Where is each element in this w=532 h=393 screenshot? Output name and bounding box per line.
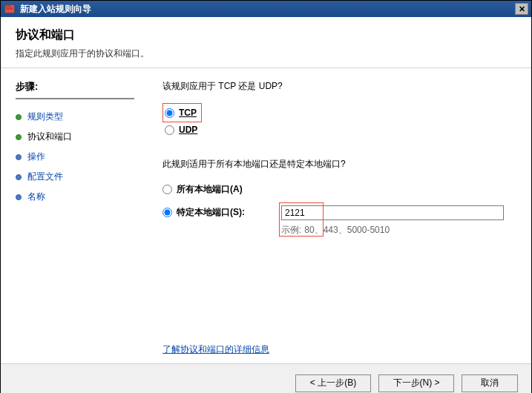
specific-ports-label: 特定本地端口(S): <box>177 206 245 219</box>
bullet-icon <box>16 174 22 180</box>
wizard-footer: < 上一步(B) 下一步(N) > 取消 <box>1 363 531 393</box>
next-button[interactable]: 下一步(N) > <box>378 374 454 392</box>
udp-label: UDP <box>179 125 197 135</box>
sidebar-item-label: 名称 <box>27 191 45 203</box>
sidebar-item-action[interactable]: 操作 <box>16 147 133 167</box>
sidebar-item-label: 规则类型 <box>27 110 63 123</box>
bullet-icon <box>16 154 22 160</box>
tcp-highlight: TCP <box>162 103 202 122</box>
bullet-icon <box>16 134 22 140</box>
wizard-content: 步骤: 规则类型 协议和端口 操作 配置文件 名称 <box>1 68 531 363</box>
steps-sidebar: 步骤: 规则类型 协议和端口 操作 配置文件 名称 <box>1 68 140 363</box>
svg-rect-2 <box>8 5 11 7</box>
protocol-radio-group: TCP UDP <box>162 103 516 137</box>
svg-rect-1 <box>5 5 8 7</box>
all-ports-radio[interactable] <box>162 185 172 194</box>
help-link-row: 了解协议和端口的详细信息 <box>162 343 269 356</box>
titlebar-text: 新建入站规则向导 <box>20 3 515 16</box>
sidebar-item-name[interactable]: 名称 <box>16 187 133 207</box>
bullet-icon <box>16 114 22 120</box>
close-button[interactable]: ✕ <box>515 3 528 15</box>
tcp-radio[interactable] <box>165 108 174 118</box>
help-link[interactable]: 了解协议和端口的详细信息 <box>162 344 269 354</box>
udp-radio[interactable] <box>165 125 174 135</box>
svg-rect-4 <box>10 7 13 10</box>
wizard-window: 新建入站规则向导 ✕ 协议和端口 指定此规则应用于的协议和端口。 步骤: 规则类… <box>0 0 532 393</box>
port-question: 此规则适用于所有本地端口还是特定本地端口? <box>162 158 516 171</box>
sidebar-item-label: 配置文件 <box>27 171 63 183</box>
page-title: 协议和端口 <box>16 27 516 43</box>
port-section: 此规则适用于所有本地端口还是特定本地端口? 所有本地端口(A) 特定本地端口(S… <box>162 158 516 237</box>
svg-rect-3 <box>7 7 10 10</box>
hint-prefix: 示例: <box>281 224 301 237</box>
wizard-header: 协议和端口 指定此规则应用于的协议和端口。 <box>1 17 531 68</box>
hint-example: 80、443、5000-5010 <box>304 224 390 237</box>
bullet-icon <box>16 194 22 200</box>
sidebar-item-profile[interactable]: 配置文件 <box>16 167 133 187</box>
protocol-question: 该规则应用于 TCP 还是 UDP? <box>162 80 516 93</box>
steps-title: 步骤: <box>16 80 133 93</box>
steps-divider <box>16 98 134 99</box>
sidebar-item-label: 操作 <box>27 151 45 163</box>
firewall-icon <box>4 3 16 15</box>
cancel-button[interactable]: 取消 <box>462 374 518 392</box>
page-description: 指定此规则应用于的协议和端口。 <box>16 47 516 60</box>
sidebar-item-label: 协议和端口 <box>27 131 72 143</box>
titlebar: 新建入站规则向导 ✕ <box>1 1 531 17</box>
main-panel: 该规则应用于 TCP 还是 UDP? TCP UDP 此规则适用于所有本地端口还… <box>140 68 531 363</box>
sidebar-item-protocol-port[interactable]: 协议和端口 <box>16 127 133 147</box>
tcp-label: TCP <box>179 108 197 118</box>
all-ports-label: 所有本地端口(A) <box>177 183 243 196</box>
port-hint: 示例: 80、443、5000-5010 <box>281 224 516 237</box>
port-input[interactable] <box>281 205 504 220</box>
back-button[interactable]: < 上一步(B) <box>295 374 371 392</box>
specific-ports-radio[interactable] <box>162 208 172 217</box>
sidebar-item-rule-type[interactable]: 规则类型 <box>16 107 133 127</box>
